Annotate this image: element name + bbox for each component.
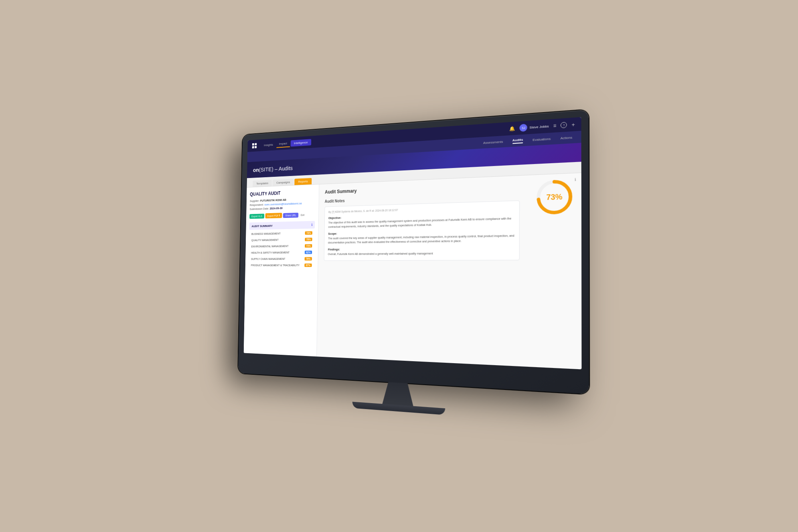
findings-content: Overall, Futuristik Kemi AB demonstrated… [328,251,515,256]
sidebar-product-management[interactable]: PRODUCT MANAGEMENT & TRACEABILITY 67% [249,262,314,268]
help-icon[interactable]: ? [561,122,567,128]
category-label: PRODUCT MANAGEMENT & TRACEABILITY [251,264,300,267]
sidebar-quality-management[interactable]: QUALITY MANAGEMENT 79% [249,236,315,243]
nav-tabs: Insights Impact Intelligence [261,138,312,148]
audit-notes-box: By [?] KEMI Systems de Mexico, S. de R a… [324,200,520,261]
user-badge[interactable]: SJ Steve Jobbs [519,122,549,132]
nav-actions[interactable]: Actions [561,135,573,140]
export-pdf-button[interactable]: Export PDF ℹ [265,213,282,218]
sidebar-environmental-management[interactable]: ENVIRONMENTAL MANAGEMENT 73% [249,242,315,249]
scope-content: The audit covered the key areas of suppl… [328,233,515,245]
logo [252,143,257,148]
audit-title: QUALITY AUDIT [250,189,315,197]
score-badge: 78% [304,257,312,261]
score-badge: 79% [305,237,312,241]
category-label: BUSINESS MANAGEMENT [251,232,280,235]
exit-button[interactable]: Exit [299,212,306,217]
avatar: SJ [519,124,527,132]
plus-icon[interactable]: + [571,121,575,128]
bell-icon[interactable]: 🔔 [510,125,516,131]
info-circle-icon[interactable]: ℹ [575,177,576,182]
menu-icon[interactable]: ≡ [553,123,556,129]
tab-insights[interactable]: Insights [261,141,276,148]
score-badge: 67% [304,263,312,267]
scope-section: Scope: The audit covered the key areas o… [328,228,515,244]
action-buttons: Export XLS Export PDF ℹ Share URL Exit [249,212,315,219]
score-text: 73% [546,192,562,202]
sidebar-business-management[interactable]: BUSINESS MANAGEMENT 74% [249,229,315,237]
sidebar-menu: AUDIT SUMMARY ℹ BUSINESS MANAGEMENT 74% … [249,221,315,268]
score-badge: 62% [305,250,312,254]
info-icon: ℹ [279,214,280,217]
audit-summary-label: AUDIT SUMMARY [252,224,273,227]
main-content: QUALITY AUDIT Supplier: FUTURISTIK KEMI … [244,173,582,369]
tab-impact[interactable]: Impact [276,140,290,148]
page-title: on(SITE) – Audits [253,164,293,173]
left-panel: QUALITY AUDIT Supplier: FUTURISTIK KEMI … [244,184,320,356]
score-badge: 73% [305,244,312,247]
screen: Insights Impact Intelligence 🔔 SJ Steve … [244,117,582,369]
category-label: SUPPLY CHAIN MANAGEMENT [251,257,285,260]
objective-section: Objective: The objective of this audit w… [328,211,515,229]
export-xls-button[interactable]: Export XLS [249,213,264,218]
username: Steve Jobbs [529,124,549,129]
findings-title: Findings: [328,246,515,251]
category-label: QUALITY MANAGEMENT [251,238,279,241]
right-panel: ℹ 73% Audit Summary Audit Notes [317,173,582,369]
score-badge: 74% [305,231,312,235]
sidebar-health-safety[interactable]: HEALTH & SAFETY MANAGEMENT 62% [249,249,314,256]
nav-assessments[interactable]: Assessments [483,139,503,144]
tab-templates[interactable]: Templates [253,180,272,187]
sidebar-audit-summary[interactable]: AUDIT SUMMARY ℹ [249,221,315,229]
nav-audits[interactable]: Audits [512,137,523,143]
category-label: HEALTH & SAFETY MANAGEMENT [251,251,289,254]
tab-intelligence[interactable]: Intelligence [290,138,311,146]
nav-evaluations[interactable]: Evaluations [533,136,551,141]
audit-summary-info-icon[interactable]: ℹ [311,223,312,227]
share-url-button[interactable]: Share URL [283,212,298,218]
tab-reports[interactable]: Reports [294,178,312,185]
findings-section: Findings: Overall, Futuristik Kemi AB de… [328,246,515,256]
tab-campaigns[interactable]: Campaigns [273,179,294,186]
score-circle-container: ℹ 73% [535,177,574,216]
sidebar-supply-chain[interactable]: SUPPLY CHAIN MANAGEMENT 78% [249,255,314,262]
category-label: ENVIRONMENTAL MANAGEMENT [251,245,289,248]
